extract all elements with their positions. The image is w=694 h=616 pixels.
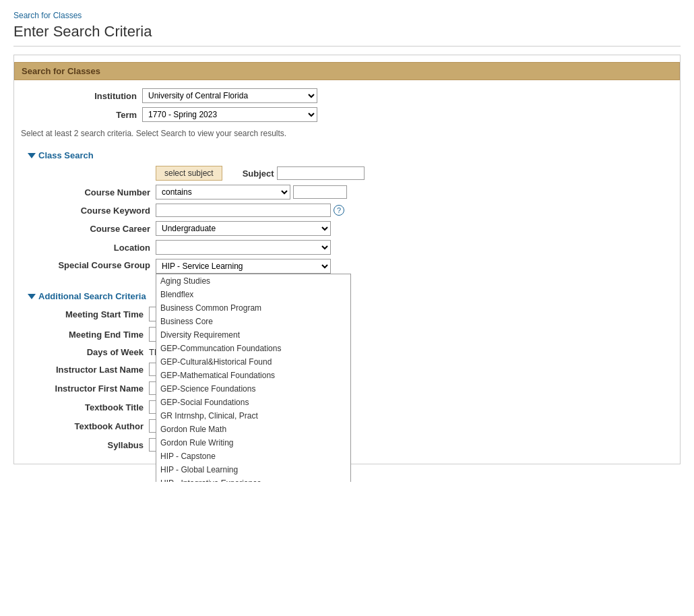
search-for-classes-section: Search for Classes Institution Universit… [13,55,681,464]
term-label: Term [21,110,142,120]
dropdown-item-hip-capstone[interactable]: HIP - Capstone [156,450,350,463]
days-of-week-label: Days of Week [28,347,149,357]
page-container: Search for Classes Enter Search Criteria… [0,0,694,482]
special-course-group-label: Special Course Group [34,259,156,270]
dropdown-item-bcp[interactable]: Business Common Program [156,301,350,315]
section-header: Search for Classes [14,62,680,80]
course-number-row: Course Number contains starts with equal… [34,185,673,199]
subject-row: select subject Subject [34,166,673,181]
special-course-group-container: HIP - Service Learning Aging Studies Ble… [156,259,331,274]
course-career-select[interactable]: Undergraduate Graduate Professional [156,221,331,236]
syllabus-label: Syllabus [28,440,149,450]
instructor-last-label: Instructor Last Name [28,365,149,375]
dropdown-item-gep-science[interactable]: GEP-Science Foundations [156,382,350,396]
term-select[interactable]: 1770 - Spring 2023 [142,107,317,122]
dropdown-item-hip-global[interactable]: HIP - Global Learning [156,463,350,476]
dropdown-item-aging[interactable]: Aging Studies [156,274,350,288]
subject-label: Subject [243,168,274,179]
course-keyword-input[interactable] [156,204,331,217]
instructor-first-label: Instructor First Name [28,383,149,394]
course-keyword-label: Course Keyword [34,206,156,216]
select-subject-button[interactable]: select subject [156,166,222,181]
page-title: Enter Search Criteria [13,23,681,47]
subject-input[interactable] [277,166,365,180]
dropdown-list: Aging Studies Blendflex Business Common … [156,274,351,482]
dropdown-item-gep-comm[interactable]: GEP-Communcation Foundations [156,342,350,355]
help-icon[interactable]: ? [334,205,344,216]
institution-row: Institution University of Central Florid… [14,88,680,103]
dropdown-item-blendflex[interactable]: Blendflex [156,288,350,301]
dropdown-item-gordon-writing[interactable]: Gordon Rule Writing [156,436,350,450]
dropdown-item-diversity[interactable]: Diversity Requirement [156,328,350,342]
course-career-label: Course Career [34,224,156,234]
dropdown-item-bc[interactable]: Business Core [156,315,350,328]
special-course-group-row: Special Course Group HIP - Service Learn… [34,259,673,274]
location-select[interactable] [156,240,331,255]
course-career-row: Course Career Undergraduate Graduate Pro… [34,221,673,236]
course-number-input[interactable] [293,185,347,199]
course-number-select[interactable]: contains starts with equals [156,185,290,199]
textbook-author-label: Textbook Author [28,421,149,431]
location-row: Location [34,240,673,255]
meeting-start-label: Meeting Start Time [28,309,149,319]
textbook-title-label: Textbook Title [28,402,149,412]
dropdown-item-gordon-math[interactable]: Gordon Rule Math [156,423,350,436]
dropdown-item-gep-cultural[interactable]: GEP-Cultural&Historical Found [156,355,350,369]
triangle-down-icon-2 [28,294,36,299]
meeting-end-label: Meeting End Time [28,330,149,340]
class-search-toggle[interactable]: Class Search [21,145,673,166]
dropdown-item-gep-math[interactable]: GEP-Mathematical Foundations [156,369,350,382]
dropdown-item-gr-intrnshp[interactable]: GR Intrnshp, Clinical, Pract [156,409,350,423]
dropdown-item-gep-social[interactable]: GEP-Social Foundations [156,396,350,409]
institution-select[interactable]: University of Central Florida [142,88,317,103]
dropdown-item-hip-integrative[interactable]: HIP - Integrative Experience [156,476,350,482]
info-text: Select at least 2 search criteria. Selec… [14,126,680,145]
term-row: Term 1770 - Spring 2023 [14,107,680,122]
course-keyword-row: Course Keyword ? [34,204,673,217]
class-search-body: select subject Subject Course Number con… [21,166,673,274]
special-course-group-select[interactable]: HIP - Service Learning [156,259,331,274]
triangle-down-icon [28,153,36,158]
location-label: Location [34,243,156,253]
institution-label: Institution [21,91,142,101]
course-number-label: Course Number [34,187,156,197]
breadcrumb: Search for Classes [13,11,681,20]
